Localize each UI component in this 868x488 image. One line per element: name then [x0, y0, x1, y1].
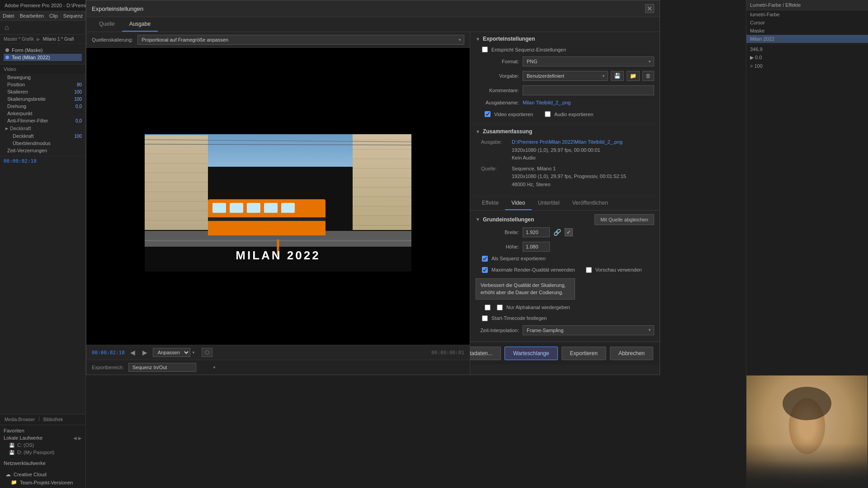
als-sequenz-checkbox[interactable]: [482, 256, 488, 262]
tram-window-4: [264, 203, 278, 213]
rp-lumetri[interactable]: lumetri-Farbe: [746, 10, 868, 19]
rp-cursor[interactable]: Cursor: [746, 19, 868, 27]
prop-skalieren[interactable]: Skalieren 100: [0, 88, 85, 95]
tab-effekte[interactable]: Effekte: [476, 197, 505, 210]
rp-header: Lumetri-Farbe / Effekte: [746, 0, 868, 10]
menu-sequenz[interactable]: Sequenz: [63, 13, 83, 19]
creative-cloud-item[interactable]: ☁ Creative Cloud: [4, 470, 82, 479]
quelle-summary-row: Quelle: Sequence, Milano 1 868x488 (1,…: [481, 165, 649, 189]
abbrechen-button[interactable]: Abbrechen: [610, 347, 653, 360]
match-source-btn[interactable]: Mit Quelle abgleichen: [594, 214, 654, 225]
rp-milan-selected[interactable]: Milan 2022: [746, 35, 868, 43]
section-toggle-grundeinstellungen[interactable]: ▼ Grundeinstellungen: [476, 216, 534, 223]
exportieren-button[interactable]: Exportieren: [561, 347, 606, 360]
section-toggle-export[interactable]: ▼ Exporteinstellungen: [476, 36, 654, 42]
team-project-item[interactable]: 📁 Team-Projekt-Versionen: [4, 479, 82, 486]
entspricht-checkbox[interactable]: [482, 47, 488, 52]
vorgabe-delete-btn[interactable]: 🗑: [642, 71, 654, 81]
vorgabe-save-btn[interactable]: 💾: [611, 71, 624, 81]
menu-bearbeiten[interactable]: Bearbeiten: [20, 13, 44, 19]
audio-export-label: Audio exportieren: [554, 112, 593, 117]
fit-select[interactable]: Anpassen: [153, 348, 190, 357]
local-drives-header[interactable]: Lokale Laufwerke ◀ ▶: [4, 434, 82, 441]
format-select[interactable]: PNG: [523, 56, 654, 66]
als-sequenz-row: Als Sequenz exportieren: [476, 254, 654, 263]
export-range-select[interactable]: Sequenz In/Out: [128, 363, 196, 372]
prop-position[interactable]: Position 80: [0, 81, 85, 88]
max-render-label: Maximale Render-Qualität verwenden: [491, 267, 575, 272]
prop-antiflimmer[interactable]: Anti-Flimmer-Filter 0,0: [0, 117, 85, 124]
summary-block: Ausgabe: D:\Premiere Pro\Milan 2022\Mila…: [476, 135, 654, 192]
video-export-checkbox[interactable]: [485, 111, 491, 117]
play-forward-button[interactable]: ▶: [141, 348, 149, 357]
prop-drehung[interactable]: Drehung 0,0: [0, 103, 85, 110]
section-toggle-summary[interactable]: ▼ Zusammenfassung: [476, 128, 654, 135]
tab-quelle[interactable]: Quelle: [92, 17, 122, 32]
vorschau-checkbox[interactable]: [586, 267, 592, 273]
kommentare-input[interactable]: [523, 85, 654, 95]
source-scaling-label: Quellenskalierung:: [92, 37, 133, 42]
subsection-deckkraft[interactable]: ▶ Deckkraft: [0, 124, 85, 132]
layers-section: Form (Maske) Text (Milan 2022): [0, 44, 85, 64]
vorgabe-folder-btn[interactable]: 📁: [627, 71, 640, 81]
source-scaling-select[interactable]: Proportional auf Framegröße anpassen: [137, 35, 464, 45]
favorites-header[interactable]: Favoriten: [4, 427, 82, 434]
export-range-label: Exportbereich:: [92, 365, 124, 370]
breadcrumb-master[interactable]: Master * Grafik: [4, 37, 34, 42]
network-header[interactable]: Netzwerklaufwerke: [4, 460, 82, 467]
prop-uberblend[interactable]: Überblendmodus: [0, 140, 85, 147]
ausgabe-detail: 868x488 (1,0), 29,97 fps, 00:00:00:01: [512, 146, 623, 155]
prop-skalierungsbreite[interactable]: Skalierungsbreite 100: [0, 95, 85, 103]
breite-input[interactable]: [523, 227, 550, 237]
video-frame: MILAN 2022: [145, 122, 411, 272]
tab-bibliothek[interactable]: Bibliothek: [42, 416, 65, 423]
export-range-bar: Exportbereich: Sequenz In/Out: [86, 360, 470, 375]
dialog-close-button[interactable]: ✕: [645, 4, 654, 13]
rp-maske[interactable]: Maske: [746, 27, 868, 35]
warteschlange-button[interactable]: Warteschlange: [505, 347, 558, 360]
layer-form-maske[interactable]: Form (Maske): [4, 47, 82, 54]
export-icon-button[interactable]: ⬡: [202, 348, 212, 357]
rp-val-2[interactable]: ▶ 0.0: [746, 53, 868, 62]
overlay-top-bar: [145, 122, 411, 134]
max-render-checkbox[interactable]: [482, 267, 488, 273]
prop-deckkraft-val[interactable]: Deckkraft 100: [0, 132, 85, 140]
rp-val-1[interactable]: 346,9: [746, 45, 868, 53]
start-timecode-checkbox[interactable]: [482, 315, 488, 321]
menu-clip[interactable]: Clip: [49, 13, 58, 19]
play-back-button[interactable]: ◀: [128, 348, 137, 357]
tab-media-browser[interactable]: Media-Browser: [3, 416, 37, 423]
drive-c[interactable]: 💾 C: (OS): [4, 441, 82, 449]
tab-untertitel[interactable]: Untertitel: [532, 197, 566, 210]
vorgabe-select[interactable]: Benutzerdefiniert: [523, 71, 608, 81]
rp-val-3[interactable]: > 100: [746, 62, 868, 70]
breadcrumb-active[interactable]: Milano 1 * Grafi: [43, 37, 74, 42]
source-scaling-bar: Quellenskalierung: Proportional auf Fram…: [86, 32, 470, 48]
layer-text-milan[interactable]: Text (Milan 2022): [4, 54, 82, 61]
menu-datei[interactable]: Datei: [3, 13, 14, 19]
kommentare-row: Kommentare:: [476, 83, 654, 98]
in-preview-checkbox[interactable]: [485, 305, 491, 310]
zeit-interpolation-select[interactable]: Frame-Sampling: [523, 325, 654, 335]
tram: [208, 199, 326, 235]
tc-time-right: 00:00:00:01: [431, 350, 464, 356]
audio-export-checkbox[interactable]: [545, 111, 551, 117]
prop-zeitverzerrungen[interactable]: Zeit-Verzerrungen: [0, 147, 85, 154]
home-button[interactable]: ⌂: [0, 21, 85, 35]
hoehe-input[interactable]: [523, 242, 550, 252]
drive-d[interactable]: 💾 D: (My Passport): [4, 449, 82, 456]
tab-veroffentlichen[interactable]: Veröffentlichen: [566, 197, 614, 210]
settings-panel: ▼ Exporteinstellungen Entspricht Sequenz…: [470, 32, 660, 375]
link-icon[interactable]: 🔗: [553, 229, 561, 236]
tab-ausgabe[interactable]: Ausgabe: [122, 17, 158, 32]
prop-ankerpunkt[interactable]: Ankerpunkt: [0, 110, 85, 117]
ausgabename-link[interactable]: Milan Titelbild_2_.png: [523, 100, 571, 105]
nur-alpha-checkbox[interactable]: [497, 305, 503, 310]
nav-arrows[interactable]: ◀ ▶: [73, 436, 82, 441]
dialog-titlebar: Exporteinstellungen ✕: [86, 0, 660, 17]
left-panel: Adobe Premiere Pro 2020 - D:\Premiere Pr…: [0, 0, 86, 488]
tab-video[interactable]: Video: [505, 197, 531, 210]
prop-bewegung[interactable]: Bewegung: [0, 74, 85, 81]
metadaten-button[interactable]: Metadaten...: [470, 347, 501, 360]
chain-checkbox[interactable]: ✓: [565, 228, 573, 236]
